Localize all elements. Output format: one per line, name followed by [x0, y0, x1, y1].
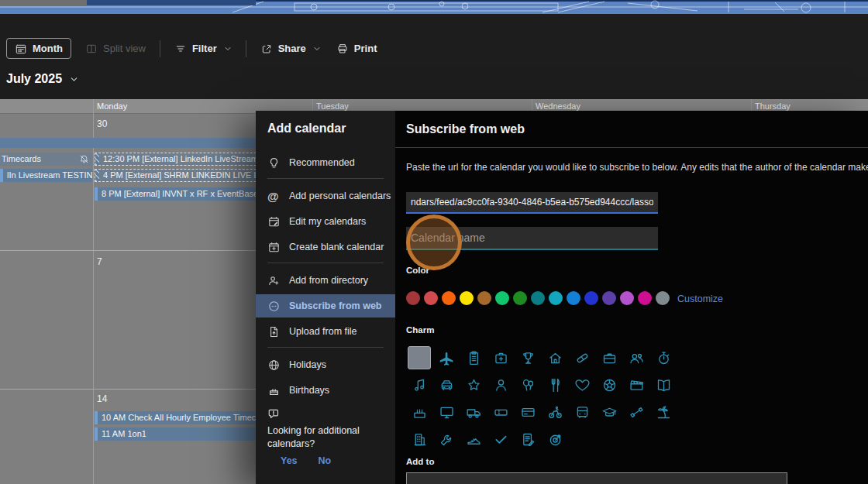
charm-bus-icon[interactable] [570, 400, 594, 424]
charm-bicycle-icon[interactable] [543, 400, 567, 424]
charm-clipboard-icon[interactable] [462, 346, 485, 369]
menu-item-label: Edit my calendars [289, 216, 366, 227]
charm-car-icon[interactable] [435, 373, 458, 396]
menu-item-add-from-directory[interactable]: Add from directory [256, 269, 395, 292]
charm-checkmark-icon[interactable] [489, 427, 512, 451]
color-swatch-3[interactable] [442, 291, 456, 305]
calendar-event[interactable]: lIn Livestream TESTING [0, 169, 92, 182]
banner-navy-patch [87, 0, 256, 5]
calendar-name-input[interactable] [406, 227, 658, 250]
month-year-dropdown[interactable]: July 2025 [6, 72, 78, 86]
charm-running-shoe-icon[interactable] [462, 427, 485, 451]
charm-briefcase-icon[interactable] [598, 346, 621, 369]
color-swatch-6[interactable] [495, 291, 509, 305]
charm-balloons-icon[interactable] [516, 373, 539, 396]
color-swatch-13[interactable] [620, 291, 634, 305]
charm-truck-icon[interactable] [462, 400, 485, 424]
color-swatch-4[interactable] [460, 291, 474, 305]
menu-item-create-blank-calendar[interactable]: Create blank calendar [256, 235, 395, 259]
menu-item-label: Birthdays [289, 385, 329, 396]
charm-person-icon[interactable] [489, 373, 512, 396]
charm-pill-icon[interactable] [570, 346, 594, 369]
charm-monitor-icon[interactable] [435, 400, 458, 424]
menu-item-add-personal-calendars[interactable]: @Add personal calendars [256, 184, 395, 208]
lightbulb-icon [267, 156, 281, 170]
charm-trophy-icon[interactable] [516, 346, 539, 369]
color-swatch-14[interactable] [638, 291, 652, 305]
charm-graduation-cap-icon[interactable] [598, 400, 621, 424]
color-swatch-2[interactable] [424, 291, 438, 305]
charm-airplane-icon[interactable] [435, 346, 458, 369]
charm-book-icon[interactable] [652, 373, 675, 396]
event-label: lIn Livestream TESTING [7, 169, 92, 182]
color-swatch-10[interactable] [567, 291, 580, 305]
dialog-menu: Recommended@Add personal calendarsEdit m… [256, 151, 395, 466]
charm-people-icon[interactable] [625, 346, 648, 369]
customize-link[interactable]: Customize [677, 293, 723, 304]
dialog-title: Add calendar [267, 122, 346, 136]
charm-dining-icon[interactable] [543, 373, 567, 396]
charm-wrench-icon[interactable] [435, 427, 458, 451]
split-view-icon [85, 43, 98, 55]
charm-credit-card-icon[interactable] [516, 400, 539, 424]
color-swatch-8[interactable] [531, 291, 545, 305]
charm-clapperboard-icon[interactable] [625, 373, 648, 396]
color-swatch-15[interactable] [656, 291, 670, 305]
charm-soccer-ball-icon[interactable] [598, 373, 621, 396]
charm-ticket-icon[interactable] [489, 400, 512, 424]
color-label: Color [406, 266, 429, 275]
menu-item-birthdays[interactable]: Birthdays [256, 379, 395, 402]
menu-item-recommended[interactable]: Recommended [256, 151, 395, 174]
menu-item-edit-my-calendars[interactable]: Edit my calendars [256, 210, 395, 233]
share-label: Share [278, 43, 306, 54]
calendar-toolbar: Month Split view Filter Share Print [0, 36, 868, 60]
charm-music-icon[interactable] [408, 373, 431, 396]
share-button[interactable]: Share [253, 38, 329, 59]
yes-link[interactable]: Yes [281, 455, 298, 466]
charm-stopwatch-icon[interactable] [652, 346, 675, 369]
month-button-label: Month [33, 43, 63, 54]
charm-vacation-icon[interactable] [652, 400, 675, 424]
charm-star-icon[interactable] [462, 373, 485, 396]
menu-item-subscribe-from-web[interactable]: Subscribe from web [256, 294, 395, 318]
color-swatch-11[interactable] [584, 291, 598, 305]
menu-item-holidays[interactable]: Holidays [256, 353, 395, 376]
color-swatch-12[interactable] [602, 291, 616, 305]
color-swatch-5[interactable] [477, 291, 491, 305]
charm-heart-icon[interactable] [570, 373, 594, 396]
file-upload-icon [267, 325, 281, 338]
charm-dumbbell-icon[interactable] [625, 400, 648, 424]
add-to-select[interactable] [406, 472, 787, 484]
split-view-button[interactable]: Split view [78, 38, 153, 59]
subscribe-panel: Subscribe from web Paste the url for the… [395, 111, 868, 484]
charm-first-aid-icon[interactable] [489, 346, 512, 369]
menu-item-label: Holidays [289, 359, 326, 370]
charm-home-icon[interactable] [543, 346, 567, 369]
color-swatch-9[interactable] [549, 291, 563, 305]
month-view-button[interactable]: Month [6, 38, 71, 59]
filter-icon [174, 43, 187, 55]
charm-blank-selected[interactable] [408, 346, 431, 369]
charm-journal-icon[interactable] [516, 427, 539, 451]
color-swatch-7[interactable] [513, 291, 527, 305]
calendar-event[interactable]: Timecards [0, 153, 92, 166]
menu-item-upload-from-file[interactable]: Upload from file [256, 320, 395, 343]
no-link[interactable]: No [319, 455, 332, 466]
charm-building-icon[interactable] [408, 427, 431, 451]
calendar-edit-icon [267, 215, 281, 228]
print-button[interactable]: Print [329, 38, 385, 59]
at-icon: @ [267, 190, 281, 203]
charm-target-icon[interactable] [543, 427, 567, 451]
add-to-label: Add to [406, 457, 434, 466]
date-cell-30[interactable]: 30 [97, 118, 107, 129]
filter-button[interactable]: Filter [167, 38, 239, 59]
calendar-url-input[interactable] [406, 192, 658, 214]
color-swatch-1[interactable] [406, 291, 420, 305]
charm-cake-icon[interactable] [408, 400, 431, 424]
sidebar-footer: Looking for additional calendars?YesNo [256, 404, 395, 466]
charm-grid [408, 346, 683, 451]
charm-label: Charm [406, 325, 434, 335]
month-year-label: July 2025 [6, 72, 62, 86]
date-cell-14[interactable]: 14 [97, 393, 107, 404]
date-cell-7[interactable]: 7 [97, 256, 102, 267]
